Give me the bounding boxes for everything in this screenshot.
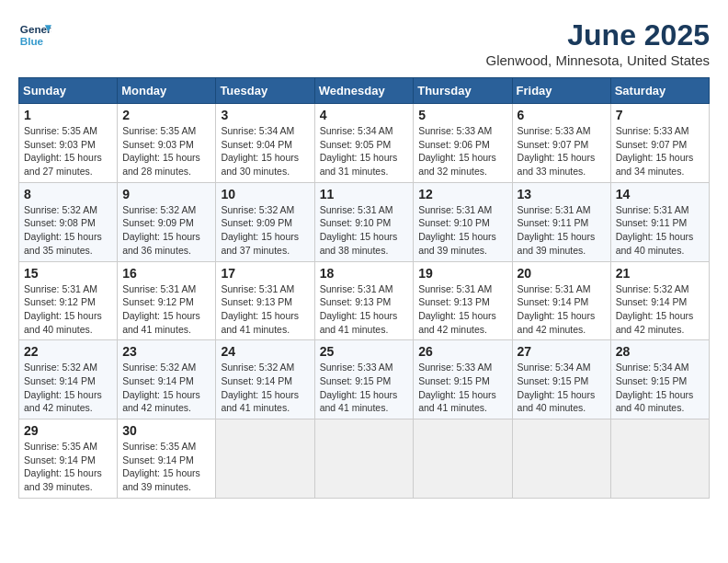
day-info: Sunrise: 5:33 AM Sunset: 9:07 PM Dayligh… (518, 124, 606, 178)
calendar-cell: 6Sunrise: 5:33 AM Sunset: 9:07 PM Daylig… (512, 104, 610, 183)
calendar-cell: 18Sunrise: 5:31 AM Sunset: 9:13 PM Dayli… (314, 261, 414, 340)
day-info: Sunrise: 5:35 AM Sunset: 9:03 PM Dayligh… (24, 124, 112, 178)
calendar-row: 15Sunrise: 5:31 AM Sunset: 9:12 PM Dayli… (19, 261, 710, 340)
calendar-row: 8Sunrise: 5:32 AM Sunset: 9:08 PM Daylig… (19, 182, 710, 261)
calendar-cell: 5Sunrise: 5:33 AM Sunset: 9:06 PM Daylig… (414, 104, 512, 183)
calendar-cell: 3Sunrise: 5:34 AM Sunset: 9:04 PM Daylig… (216, 104, 314, 183)
day-number: 28 (616, 344, 704, 359)
day-number: 5 (418, 108, 506, 122)
weekday-header: Saturday (610, 78, 709, 104)
calendar-cell (216, 419, 314, 499)
weekday-header: Friday (512, 78, 610, 104)
day-info: Sunrise: 5:34 AM Sunset: 9:04 PM Dayligh… (221, 124, 309, 178)
day-info: Sunrise: 5:33 AM Sunset: 9:15 PM Dayligh… (418, 361, 506, 415)
day-info: Sunrise: 5:33 AM Sunset: 9:15 PM Dayligh… (320, 361, 409, 415)
day-info: Sunrise: 5:31 AM Sunset: 9:12 PM Dayligh… (122, 282, 210, 337)
day-info: Sunrise: 5:31 AM Sunset: 9:13 PM Dayligh… (418, 282, 506, 337)
calendar-row: 1Sunrise: 5:35 AM Sunset: 9:03 PM Daylig… (19, 104, 710, 183)
location-title: Glenwood, Minnesota, United States (486, 52, 710, 68)
calendar-cell: 9Sunrise: 5:32 AM Sunset: 9:09 PM Daylig… (118, 182, 216, 261)
day-number: 6 (518, 108, 606, 122)
calendar-cell: 17Sunrise: 5:31 AM Sunset: 9:13 PM Dayli… (216, 261, 314, 340)
calendar-cell (512, 419, 610, 499)
day-number: 4 (320, 108, 409, 122)
day-number: 3 (221, 108, 309, 122)
day-info: Sunrise: 5:33 AM Sunset: 9:07 PM Dayligh… (616, 124, 704, 178)
calendar-cell: 13Sunrise: 5:31 AM Sunset: 9:11 PM Dayli… (512, 182, 610, 261)
day-number: 30 (122, 423, 210, 438)
calendar-cell: 22Sunrise: 5:32 AM Sunset: 9:14 PM Dayli… (19, 340, 118, 419)
day-info: Sunrise: 5:32 AM Sunset: 9:14 PM Dayligh… (122, 361, 210, 415)
day-number: 2 (122, 108, 210, 122)
calendar: SundayMondayTuesdayWednesdayThursdayFrid… (18, 77, 710, 499)
calendar-cell: 26Sunrise: 5:33 AM Sunset: 9:15 PM Dayli… (414, 340, 512, 419)
day-info: Sunrise: 5:35 AM Sunset: 9:14 PM Dayligh… (24, 440, 112, 494)
calendar-cell (314, 419, 414, 499)
weekday-header: Sunday (19, 78, 118, 104)
calendar-row: 22Sunrise: 5:32 AM Sunset: 9:14 PM Dayli… (19, 340, 710, 419)
day-number: 27 (518, 344, 606, 359)
day-number: 24 (221, 344, 309, 359)
day-number: 29 (24, 423, 112, 438)
day-info: Sunrise: 5:31 AM Sunset: 9:11 PM Dayligh… (616, 203, 704, 258)
day-info: Sunrise: 5:33 AM Sunset: 9:06 PM Dayligh… (418, 124, 506, 178)
weekday-header: Thursday (414, 78, 512, 104)
calendar-cell: 10Sunrise: 5:32 AM Sunset: 9:09 PM Dayli… (216, 182, 314, 261)
day-number: 25 (320, 344, 409, 359)
calendar-cell: 4Sunrise: 5:34 AM Sunset: 9:05 PM Daylig… (314, 104, 414, 183)
day-number: 23 (122, 344, 210, 359)
day-info: Sunrise: 5:31 AM Sunset: 9:10 PM Dayligh… (320, 203, 409, 258)
day-info: Sunrise: 5:32 AM Sunset: 9:14 PM Dayligh… (616, 282, 704, 337)
header: General Blue June 2025 Glenwood, Minneso… (18, 18, 710, 68)
day-number: 17 (221, 266, 309, 281)
calendar-cell: 19Sunrise: 5:31 AM Sunset: 9:13 PM Dayli… (414, 261, 512, 340)
calendar-cell: 14Sunrise: 5:31 AM Sunset: 9:11 PM Dayli… (610, 182, 709, 261)
day-info: Sunrise: 5:31 AM Sunset: 9:11 PM Dayligh… (518, 203, 606, 258)
day-number: 20 (518, 266, 606, 281)
day-number: 1 (24, 108, 112, 122)
day-number: 14 (616, 187, 704, 201)
day-info: Sunrise: 5:35 AM Sunset: 9:03 PM Dayligh… (122, 124, 210, 178)
day-info: Sunrise: 5:32 AM Sunset: 9:14 PM Dayligh… (221, 361, 309, 415)
logo-icon: General Blue (18, 18, 51, 52)
day-number: 16 (122, 266, 210, 281)
calendar-cell: 28Sunrise: 5:34 AM Sunset: 9:15 PM Dayli… (610, 340, 709, 419)
day-info: Sunrise: 5:31 AM Sunset: 9:12 PM Dayligh… (24, 282, 112, 337)
calendar-cell: 15Sunrise: 5:31 AM Sunset: 9:12 PM Dayli… (19, 261, 118, 340)
day-info: Sunrise: 5:31 AM Sunset: 9:14 PM Dayligh… (518, 282, 606, 337)
calendar-cell: 20Sunrise: 5:31 AM Sunset: 9:14 PM Dayli… (512, 261, 610, 340)
day-number: 19 (418, 266, 506, 281)
month-title: June 2025 (486, 18, 710, 52)
calendar-cell: 7Sunrise: 5:33 AM Sunset: 9:07 PM Daylig… (610, 104, 709, 183)
calendar-cell: 29Sunrise: 5:35 AM Sunset: 9:14 PM Dayli… (19, 419, 118, 499)
calendar-cell: 16Sunrise: 5:31 AM Sunset: 9:12 PM Dayli… (118, 261, 216, 340)
day-info: Sunrise: 5:32 AM Sunset: 9:08 PM Dayligh… (24, 203, 112, 258)
calendar-cell: 24Sunrise: 5:32 AM Sunset: 9:14 PM Dayli… (216, 340, 314, 419)
day-info: Sunrise: 5:34 AM Sunset: 9:05 PM Dayligh… (320, 124, 409, 178)
day-number: 13 (518, 187, 606, 201)
weekday-header: Monday (118, 78, 216, 104)
calendar-cell: 23Sunrise: 5:32 AM Sunset: 9:14 PM Dayli… (118, 340, 216, 419)
day-number: 8 (24, 187, 112, 201)
calendar-cell (414, 419, 512, 499)
svg-text:General: General (20, 23, 51, 35)
day-number: 22 (24, 344, 112, 359)
calendar-cell: 30Sunrise: 5:35 AM Sunset: 9:14 PM Dayli… (118, 419, 216, 499)
day-number: 12 (418, 187, 506, 201)
day-info: Sunrise: 5:35 AM Sunset: 9:14 PM Dayligh… (122, 440, 210, 494)
calendar-cell: 8Sunrise: 5:32 AM Sunset: 9:08 PM Daylig… (19, 182, 118, 261)
day-info: Sunrise: 5:34 AM Sunset: 9:15 PM Dayligh… (518, 361, 606, 415)
calendar-cell: 25Sunrise: 5:33 AM Sunset: 9:15 PM Dayli… (314, 340, 414, 419)
day-info: Sunrise: 5:34 AM Sunset: 9:15 PM Dayligh… (616, 361, 704, 415)
logo: General Blue (18, 18, 51, 52)
day-number: 26 (418, 344, 506, 359)
day-number: 9 (122, 187, 210, 201)
weekday-header: Wednesday (314, 78, 414, 104)
day-info: Sunrise: 5:32 AM Sunset: 9:09 PM Dayligh… (221, 203, 309, 258)
day-info: Sunrise: 5:31 AM Sunset: 9:13 PM Dayligh… (221, 282, 309, 337)
calendar-cell: 27Sunrise: 5:34 AM Sunset: 9:15 PM Dayli… (512, 340, 610, 419)
day-info: Sunrise: 5:32 AM Sunset: 9:09 PM Dayligh… (122, 203, 210, 258)
day-number: 11 (320, 187, 409, 201)
calendar-row: 29Sunrise: 5:35 AM Sunset: 9:14 PM Dayli… (19, 419, 710, 499)
calendar-cell (610, 419, 709, 499)
